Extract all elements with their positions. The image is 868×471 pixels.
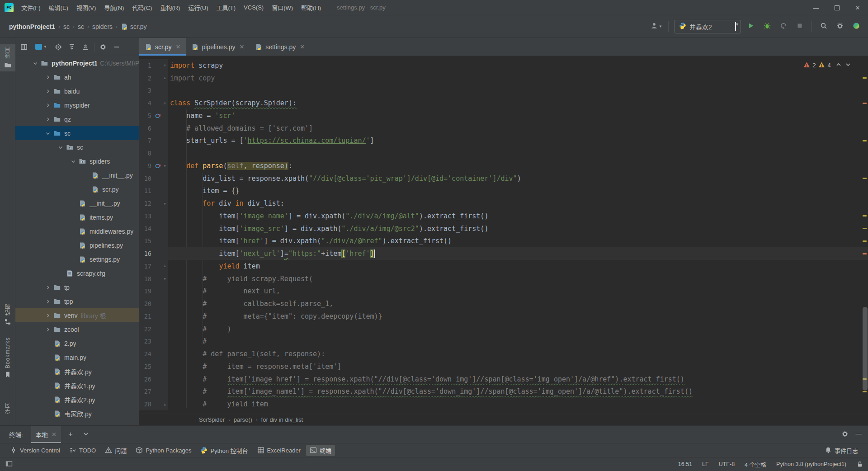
settings-button[interactable] bbox=[834, 20, 846, 33]
menu-item-4[interactable]: 导航(N) bbox=[100, 0, 128, 15]
tree-chevron-down-icon[interactable] bbox=[69, 159, 78, 164]
tree-row-2.py[interactable]: 2.py bbox=[15, 336, 139, 350]
tree-chevron-right-icon[interactable] bbox=[43, 327, 52, 332]
terminal-settings-icon[interactable] bbox=[841, 430, 849, 439]
stripe-mark[interactable] bbox=[863, 140, 867, 141]
status-line-separator[interactable]: LF bbox=[702, 461, 709, 467]
fold-marker-icon[interactable]: ▵ bbox=[162, 75, 168, 81]
close-icon[interactable]: ✕ bbox=[52, 431, 57, 438]
status-python-interpreter[interactable]: Python 3.8 (pythonProject1) bbox=[776, 461, 846, 467]
hide-toolwindow-icon[interactable]: — bbox=[856, 430, 862, 439]
fold-marker-icon[interactable]: ▿ bbox=[162, 100, 168, 106]
error-stripe[interactable] bbox=[861, 56, 868, 414]
tree-row-venv[interactable]: venvlibrary 根 bbox=[15, 308, 139, 322]
hide-button[interactable] bbox=[111, 41, 123, 53]
editor-breadcrumb-item[interactable]: for div in div_list bbox=[261, 416, 303, 423]
breadcrumb-item-2[interactable]: sc bbox=[63, 23, 70, 30]
locate-button[interactable] bbox=[52, 41, 64, 53]
tree-chevron-down-icon[interactable] bbox=[31, 61, 40, 66]
tree-row-items.py[interactable]: items.py bbox=[15, 210, 139, 224]
tree-chevron-right-icon[interactable] bbox=[43, 285, 52, 290]
tree-row-井鑫欢2.py[interactable]: 井鑫欢2.py bbox=[15, 392, 139, 406]
maximize-icon[interactable] bbox=[826, 0, 847, 15]
code-with-me-button[interactable] bbox=[850, 20, 863, 33]
tab-scr.py[interactable]: scr.py✕ bbox=[139, 38, 186, 56]
toolwindow-button-终端[interactable]: 终端 bbox=[306, 445, 335, 456]
tree-chevron-right-icon[interactable] bbox=[43, 75, 52, 80]
code-editor[interactable]: 1▿import scrapy2▵import copy34▿class Scr… bbox=[139, 56, 868, 414]
tree-chevron-right-icon[interactable] bbox=[43, 299, 52, 304]
settings-button[interactable] bbox=[97, 41, 109, 53]
toolwindow-toggle-icon[interactable] bbox=[5, 460, 13, 469]
overrides-icon[interactable] bbox=[155, 163, 162, 169]
run-configuration-select[interactable]: 井鑫欢2 ▼ bbox=[674, 20, 741, 33]
tree-row-井鑫欢1.py[interactable]: 井鑫欢1.py bbox=[15, 378, 139, 392]
fold-marker-icon[interactable]: ▵ bbox=[162, 401, 168, 407]
toolwindow-button-ExcelReader[interactable]: ExcelReader bbox=[254, 445, 304, 455]
close-icon[interactable]: ✕ bbox=[847, 0, 868, 15]
tool-stub-学习[interactable]: 学习 bbox=[0, 402, 15, 414]
editor-breadcrumb-item[interactable]: parse() bbox=[234, 416, 252, 423]
collapse-all-button[interactable] bbox=[80, 41, 91, 53]
toolwindow-button-事件日志[interactable]: 事件日志 bbox=[821, 445, 862, 456]
status-caret-position[interactable]: 16:51 bbox=[678, 461, 692, 467]
stripe-mark[interactable] bbox=[863, 240, 867, 242]
tree-row-韦家欣.py[interactable]: 韦家欣.py bbox=[15, 406, 139, 420]
tree-row-zcool[interactable]: zcool bbox=[15, 322, 139, 336]
tab-pipelines.py[interactable]: pipelines.py✕ bbox=[186, 38, 250, 56]
tool-stub-项目[interactable]: 项目 bbox=[0, 44, 15, 71]
next-issue-icon[interactable] bbox=[844, 61, 852, 70]
fold-marker-icon[interactable]: ▿ bbox=[162, 201, 168, 207]
overrides-icon[interactable] bbox=[155, 113, 162, 119]
scrollbar-thumb[interactable] bbox=[863, 307, 868, 391]
menu-item-8[interactable]: 工具(T) bbox=[212, 0, 240, 15]
menu-item-1[interactable]: 文件(F) bbox=[17, 0, 45, 15]
tree-chevron-right-icon[interactable] bbox=[43, 313, 52, 318]
breadcrumb-item-4[interactable]: spiders bbox=[92, 23, 113, 30]
tree-row-pipelines.py[interactable]: pipelines.py bbox=[15, 238, 139, 252]
breadcrumb-item-1[interactable]: pythonProject1 bbox=[9, 23, 55, 30]
menu-item-6[interactable]: 重构(R) bbox=[156, 0, 184, 15]
stripe-mark[interactable] bbox=[863, 77, 867, 79]
status-indent-style[interactable]: 4 个空格 bbox=[745, 460, 766, 469]
debug-button[interactable] bbox=[761, 20, 774, 33]
tree-row-__init__.py[interactable]: __init__.py bbox=[15, 196, 139, 210]
fold-marker-icon[interactable]: ▵ bbox=[162, 263, 168, 269]
tool-stub-Bookmarks[interactable]: Bookmarks bbox=[0, 337, 15, 378]
new-session-button[interactable]: + bbox=[65, 429, 76, 440]
stop-button[interactable] bbox=[793, 20, 806, 33]
close-icon[interactable]: ✕ bbox=[300, 43, 305, 50]
project-selector-button[interactable]: ▼ bbox=[32, 41, 51, 53]
toolwindow-button-Version Control[interactable]: Version Control bbox=[6, 445, 64, 455]
stripe-mark[interactable] bbox=[863, 178, 867, 179]
tree-chevron-down-icon[interactable] bbox=[56, 145, 65, 150]
tree-chevron-right-icon[interactable] bbox=[43, 117, 52, 122]
menu-item-9[interactable]: VCS(S) bbox=[240, 0, 268, 15]
tree-row-scrapy.cfg[interactable]: scrapy.cfg bbox=[15, 266, 139, 280]
toolwindow-button-Python 控制台[interactable]: Python 控制台 bbox=[197, 445, 251, 456]
tree-row-main.py[interactable]: main.py bbox=[15, 350, 139, 364]
tree-chevron-down-icon[interactable] bbox=[43, 131, 52, 136]
stripe-mark[interactable] bbox=[863, 253, 867, 254]
menu-item-7[interactable]: 运行(U) bbox=[184, 0, 212, 15]
close-icon[interactable]: ✕ bbox=[176, 43, 181, 50]
editor-breadcrumb-item[interactable]: ScrSpider bbox=[199, 416, 225, 423]
coverage-button[interactable] bbox=[777, 20, 790, 33]
tree-row-settings.py[interactable]: settings.py bbox=[15, 252, 139, 266]
run-button[interactable] bbox=[745, 20, 757, 33]
menu-item-11[interactable]: 帮助(H) bbox=[297, 0, 325, 15]
terminal-tab-local[interactable]: 本地 ✕ bbox=[31, 426, 61, 443]
tree-chevron-right-icon[interactable] bbox=[43, 103, 52, 108]
tree-row-ah[interactable]: ah bbox=[15, 70, 139, 84]
breadcrumb-item-file[interactable]: scr.py bbox=[121, 23, 147, 30]
tree-chevron-right-icon[interactable] bbox=[43, 89, 52, 94]
tree-row-__init__.py[interactable]: __init__.py bbox=[15, 168, 139, 182]
fold-marker-icon[interactable]: ▿ bbox=[162, 276, 168, 282]
inspections-widget[interactable]: 2 4 bbox=[802, 60, 854, 71]
stripe-mark[interactable] bbox=[863, 391, 867, 392]
tree-row-qz[interactable]: qz bbox=[15, 112, 139, 126]
stripe-mark[interactable] bbox=[863, 228, 867, 229]
menu-item-10[interactable]: 窗口(W) bbox=[268, 0, 297, 15]
tree-row-baidu[interactable]: baidu bbox=[15, 84, 139, 98]
panel-view-button[interactable] bbox=[18, 41, 30, 53]
